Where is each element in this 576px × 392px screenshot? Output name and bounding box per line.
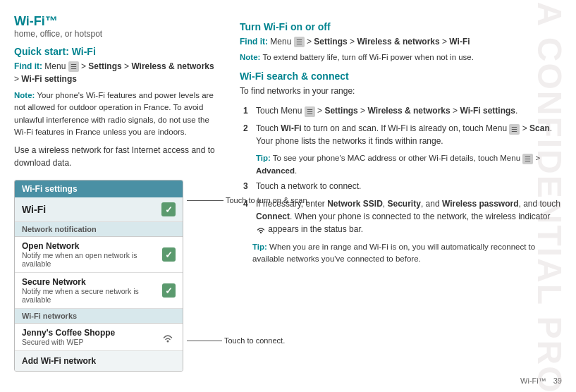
tip-2: Tip: When you are in range and Wi-Fi is … <box>252 241 562 266</box>
annotation-connect: Touch to connect. <box>187 336 285 345</box>
wireless-indicator-icon <box>256 226 266 233</box>
turn-on-heading: Turn Wi-Fi on or off <box>240 21 562 32</box>
steps-list: 1 Touch Menu ☰ > Settings > Wireless & n… <box>243 104 562 235</box>
left-find-it: Find it: Menu ☰ > Settings > Wireless & … <box>14 60 219 85</box>
wifi-networks-label: Wi-Fi networks <box>15 309 183 324</box>
open-network-checkmark: ✓ <box>162 247 176 262</box>
menu-icon-s2: ☰ <box>509 124 520 135</box>
add-wifi-row[interactable]: Add Wi-Fi network <box>15 351 183 371</box>
wifi-checkmark: ✓ <box>161 202 176 216</box>
right-note-label: Note: <box>240 53 260 61</box>
right-find-it-label: Find it: <box>240 37 268 47</box>
right-note-text: To extend battery life, turn off Wi-Fi p… <box>262 53 474 61</box>
secure-network-sub: Notify me when a secure network is avail… <box>22 287 162 304</box>
step-3-text: Touch a network to connect. <box>256 180 361 192</box>
footer-page: 39 <box>553 376 562 385</box>
left-note: Note: Your phone's Wi-Fi features and po… <box>14 90 219 138</box>
page-footer: Wi-Fi™ 39 <box>520 376 562 385</box>
wifi-toggle-row[interactable]: Wi-Fi ✓ <box>15 197 183 222</box>
search-intro: To find networks in your range: <box>240 85 562 97</box>
footer-title: Wi-Fi™ <box>520 376 546 385</box>
find-it-label: Find it: <box>14 61 42 71</box>
note-text-left: Your phone's Wi-Fi features and power le… <box>14 91 214 136</box>
secure-network-title: Secure Network <box>22 277 162 287</box>
step-1: 1 Touch Menu ☰ > Settings > Wireless & n… <box>243 104 562 117</box>
right-find-it: Find it: Menu ☰ > Settings > Wireless & … <box>240 35 562 48</box>
wifi-settings-panel: Wi-Fi settings Wi-Fi ✓ Network notificat… <box>14 180 183 372</box>
note-label-left: Note: <box>14 91 35 99</box>
wifi-label: Wi-Fi <box>22 204 46 215</box>
wifi-main-title: Wi-Fi™ <box>14 14 219 29</box>
network-notif-label: Network notification <box>15 222 183 237</box>
menu-icon-right1: ☰ <box>294 37 305 47</box>
step-2: 2 Touch Wi-Fi to turn on and scan. If Wi… <box>243 122 562 147</box>
open-network-sub: Notify me when an open network is availa… <box>22 251 162 268</box>
open-network-row[interactable]: Open Network Notify me when an open netw… <box>15 237 183 273</box>
search-heading: Wi-Fi search & connect <box>240 71 562 82</box>
step-2-num: 2 <box>243 122 252 147</box>
secure-network-row[interactable]: Secure Network Notify me when a secure n… <box>15 273 183 309</box>
left-column: Wi-Fi™ home, office, or hotspot Quick st… <box>14 14 219 378</box>
panel-header: Wi-Fi settings <box>15 180 183 197</box>
step-1-num: 1 <box>243 104 252 117</box>
svg-point-0 <box>167 341 169 343</box>
svg-point-1 <box>260 231 262 233</box>
jenny-network-sub: Secured with WEP <box>22 338 115 346</box>
wifi-subtitle: home, office, or hotspot <box>14 29 219 39</box>
right-note: Note: To extend battery life, turn off W… <box>240 51 562 63</box>
step-3: 3 Touch a network to connect. <box>243 180 562 192</box>
step-1-text: Touch Menu ☰ > Settings > Wireless & net… <box>256 104 517 117</box>
tip-2-label: Tip: <box>252 243 267 251</box>
step-2-text: Touch Wi-Fi to turn on and scan. If Wi-F… <box>256 122 562 147</box>
menu-icon-s1: ☰ <box>305 106 315 117</box>
tip-1-label: Tip: <box>256 154 271 162</box>
menu-icon-tip1: ☰ <box>522 154 533 164</box>
open-network-title: Open Network <box>22 241 162 251</box>
wifi-signal-icon <box>160 331 176 343</box>
step-3-num: 3 <box>243 180 252 192</box>
left-body-text: Use a wireless network for fast Internet… <box>14 144 219 169</box>
secure-network-checkmark: ✓ <box>162 283 176 298</box>
annotation-scan: Touch to turn on & scan. <box>187 196 310 204</box>
tip-1: Tip: To see your phone's MAC address or … <box>256 152 562 177</box>
quick-start-heading: Quick start: Wi-Fi <box>14 46 219 57</box>
jenny-network-row[interactable]: Jenny's Coffee Shoppe Secured with WEP <box>15 324 183 351</box>
jenny-network-title: Jenny's Coffee Shoppe <box>22 328 115 338</box>
tip-2-text: When you are in range and Wi-Fi is on, y… <box>252 243 535 263</box>
menu-icon-left: ☰ <box>68 61 79 72</box>
